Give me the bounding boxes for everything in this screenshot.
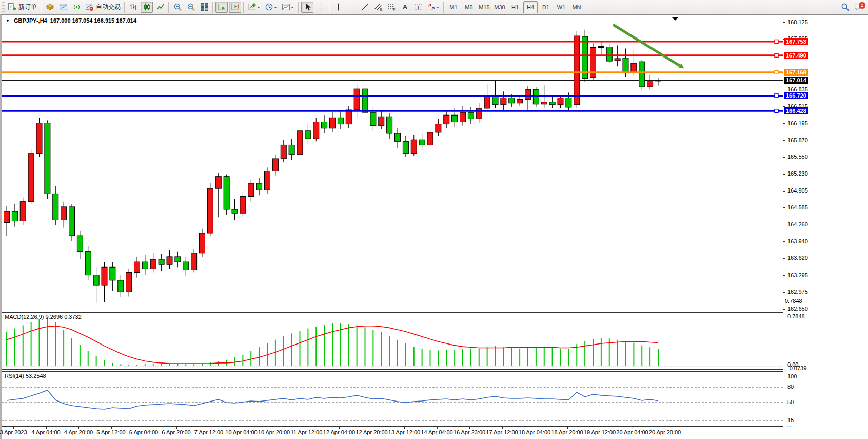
timeframe-h1-button[interactable]: H1 bbox=[508, 1, 522, 13]
chat-button[interactable]: 1 bbox=[852, 2, 864, 13]
price-tick-label: 163.940 bbox=[787, 238, 808, 245]
candle bbox=[191, 249, 197, 273]
price-tick bbox=[783, 207, 785, 208]
indicators-button[interactable] bbox=[246, 2, 262, 13]
chart-shift-icon bbox=[231, 3, 240, 11]
market-watch-box-button[interactable] bbox=[44, 2, 56, 13]
line-anchor[interactable] bbox=[775, 53, 778, 57]
periods-button[interactable] bbox=[263, 2, 279, 13]
candle bbox=[93, 267, 99, 303]
price-tick-label: 165.230 bbox=[787, 170, 808, 177]
timeframe-w1-button[interactable]: W1 bbox=[554, 1, 568, 13]
time-axis[interactable]: 3 Apr 20234 Apr 04:004 Apr 20:005 Apr 12… bbox=[2, 427, 868, 439]
timeframe-h4-button[interactable]: H4 bbox=[523, 1, 538, 13]
candles-chart-button[interactable] bbox=[141, 2, 153, 13]
time-label: 11 Apr 12:00 bbox=[291, 429, 323, 435]
timeframe-m1-button[interactable]: M1 bbox=[446, 1, 461, 13]
auto-scroll-button[interactable] bbox=[215, 2, 228, 13]
time-tick bbox=[46, 427, 47, 429]
vertical-line-button[interactable] bbox=[332, 2, 344, 13]
candle bbox=[419, 133, 425, 150]
zoom-in-button[interactable] bbox=[171, 2, 184, 13]
candle bbox=[656, 78, 661, 85]
trendline-button[interactable] bbox=[359, 2, 371, 13]
candle bbox=[150, 253, 156, 273]
timeframe-mn-button[interactable]: MN bbox=[569, 1, 584, 13]
timeframe-m15-button[interactable]: M15 bbox=[477, 1, 491, 13]
line-anchor[interactable] bbox=[775, 94, 778, 98]
chart-window-button[interactable] bbox=[57, 2, 69, 13]
time-tick bbox=[78, 427, 79, 429]
timeframe-d1-button[interactable]: D1 bbox=[539, 1, 553, 13]
line-chart-button[interactable] bbox=[154, 2, 166, 13]
time-tick bbox=[274, 427, 274, 429]
zoom-out-button[interactable] bbox=[185, 2, 197, 13]
candlestick-chart[interactable] bbox=[2, 15, 783, 311]
arrows-button[interactable] bbox=[425, 2, 441, 13]
toolbar-separator bbox=[443, 2, 444, 13]
candle bbox=[297, 126, 303, 157]
price-tick bbox=[783, 309, 785, 310]
line-anchor[interactable] bbox=[775, 109, 778, 113]
price-tick bbox=[783, 22, 785, 23]
macd-chart[interactable] bbox=[2, 313, 783, 369]
macd-axis-min: -0.0739 bbox=[787, 365, 806, 372]
time-label: 6 Apr 20:00 bbox=[162, 429, 190, 435]
time-tick bbox=[111, 427, 112, 429]
price-axis[interactable]: 168.125167.805166.835166.515166.195165.8… bbox=[783, 15, 868, 427]
bars-chart-button[interactable] bbox=[127, 2, 140, 13]
rsi-panel[interactable] bbox=[2, 371, 783, 427]
chart-shift-marker[interactable] bbox=[672, 17, 679, 21]
candle bbox=[200, 229, 205, 257]
macd-panel[interactable] bbox=[2, 312, 783, 370]
main-chart-panel[interactable] bbox=[2, 15, 783, 311]
time-tick bbox=[633, 427, 633, 429]
timeframe-m30-button[interactable]: M30 bbox=[492, 1, 507, 13]
line-anchor[interactable] bbox=[775, 70, 778, 74]
time-tick bbox=[404, 427, 405, 429]
text-label-button[interactable]: T bbox=[412, 2, 424, 13]
fibonacci-button[interactable]: F bbox=[385, 2, 398, 13]
horizontal-line-button[interactable] bbox=[345, 2, 358, 13]
signal-button[interactable] bbox=[70, 2, 83, 13]
candle bbox=[12, 204, 17, 227]
price-tick bbox=[783, 106, 785, 107]
candle bbox=[167, 250, 172, 269]
text-button[interactable]: A bbox=[399, 2, 411, 13]
candle bbox=[606, 44, 612, 63]
candle bbox=[411, 135, 417, 156]
time-label: 4 Apr 20:00 bbox=[64, 429, 93, 435]
auto-trading-button[interactable]: 自动交易 bbox=[84, 2, 122, 13]
templates-button[interactable] bbox=[280, 2, 296, 13]
candle bbox=[69, 204, 75, 241]
auto-trading-label: 自动交易 bbox=[96, 3, 121, 11]
line-anchor[interactable] bbox=[775, 40, 778, 43]
price-tick bbox=[783, 275, 785, 276]
price-tick bbox=[783, 157, 785, 158]
timeframe-m5-button[interactable]: M5 bbox=[462, 1, 476, 13]
equidistant-channel-button[interactable]: E bbox=[372, 2, 384, 13]
time-label: 17 Apr 12:00 bbox=[486, 429, 518, 435]
new-order-button[interactable]: 新订单 bbox=[6, 2, 38, 13]
chart-shift-button[interactable] bbox=[229, 2, 241, 13]
price-tick-label: 168.125 bbox=[787, 19, 808, 26]
rsi-axis-label: 15 bbox=[787, 417, 794, 424]
time-tick bbox=[600, 427, 600, 429]
time-label: 10 Apr 20:00 bbox=[258, 429, 290, 435]
rsi-chart[interactable] bbox=[2, 372, 783, 426]
crosshair-button[interactable] bbox=[314, 2, 327, 13]
cursor-button[interactable] bbox=[301, 2, 313, 13]
rsi-line bbox=[7, 390, 658, 409]
rsi-axis-label: 80 bbox=[787, 384, 794, 390]
new-order-icon bbox=[8, 3, 16, 11]
price-tag: 167.753 bbox=[784, 38, 808, 45]
new-order-label: 新订单 bbox=[18, 3, 37, 11]
tile-windows-button[interactable] bbox=[198, 2, 210, 13]
collapse-arrow-icon[interactable]: ▼ bbox=[6, 18, 10, 23]
search-button[interactable] bbox=[839, 2, 851, 13]
candle bbox=[427, 128, 433, 149]
equidistant-channel-icon: E bbox=[374, 3, 383, 11]
time-tick bbox=[469, 427, 470, 429]
time-tick bbox=[665, 427, 665, 429]
macd-label: MACD(12,26,9) 0.2696 0.3732 bbox=[5, 314, 82, 320]
